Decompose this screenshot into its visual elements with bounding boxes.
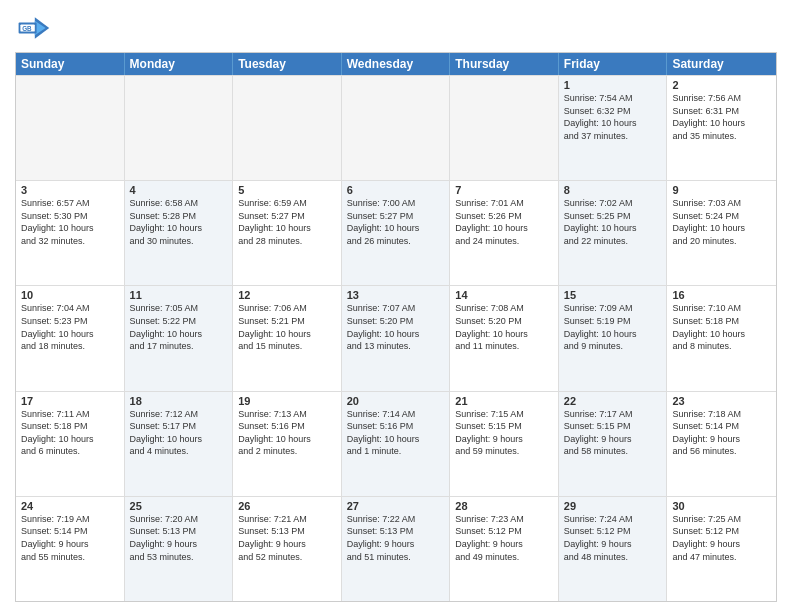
- calendar-cell: 24Sunrise: 7:19 AM Sunset: 5:14 PM Dayli…: [16, 497, 125, 601]
- calendar-cell: 23Sunrise: 7:18 AM Sunset: 5:14 PM Dayli…: [667, 392, 776, 496]
- cell-info: Sunrise: 7:54 AM Sunset: 6:32 PM Dayligh…: [564, 92, 662, 142]
- cell-info: Sunrise: 7:02 AM Sunset: 5:25 PM Dayligh…: [564, 197, 662, 247]
- calendar-cell: 5Sunrise: 6:59 AM Sunset: 5:27 PM Daylig…: [233, 181, 342, 285]
- cell-info: Sunrise: 7:05 AM Sunset: 5:22 PM Dayligh…: [130, 302, 228, 352]
- cell-info: Sunrise: 6:59 AM Sunset: 5:27 PM Dayligh…: [238, 197, 336, 247]
- cell-info: Sunrise: 7:03 AM Sunset: 5:24 PM Dayligh…: [672, 197, 771, 247]
- calendar-row: 3Sunrise: 6:57 AM Sunset: 5:30 PM Daylig…: [16, 180, 776, 285]
- calendar-cell: 19Sunrise: 7:13 AM Sunset: 5:16 PM Dayli…: [233, 392, 342, 496]
- day-number: 30: [672, 500, 771, 512]
- day-number: 23: [672, 395, 771, 407]
- day-number: 4: [130, 184, 228, 196]
- calendar-cell: 7Sunrise: 7:01 AM Sunset: 5:26 PM Daylig…: [450, 181, 559, 285]
- logo: GB: [15, 10, 57, 46]
- calendar-cell: [450, 76, 559, 180]
- day-number: 20: [347, 395, 445, 407]
- day-number: 19: [238, 395, 336, 407]
- calendar-cell: 14Sunrise: 7:08 AM Sunset: 5:20 PM Dayli…: [450, 286, 559, 390]
- calendar-cell: 29Sunrise: 7:24 AM Sunset: 5:12 PM Dayli…: [559, 497, 668, 601]
- cell-info: Sunrise: 7:04 AM Sunset: 5:23 PM Dayligh…: [21, 302, 119, 352]
- day-number: 27: [347, 500, 445, 512]
- cell-info: Sunrise: 7:01 AM Sunset: 5:26 PM Dayligh…: [455, 197, 553, 247]
- header-cell-tuesday: Tuesday: [233, 53, 342, 75]
- calendar-header: SundayMondayTuesdayWednesdayThursdayFrid…: [16, 53, 776, 75]
- day-number: 1: [564, 79, 662, 91]
- calendar-cell: 3Sunrise: 6:57 AM Sunset: 5:30 PM Daylig…: [16, 181, 125, 285]
- cell-info: Sunrise: 7:06 AM Sunset: 5:21 PM Dayligh…: [238, 302, 336, 352]
- calendar-cell: 27Sunrise: 7:22 AM Sunset: 5:13 PM Dayli…: [342, 497, 451, 601]
- cell-info: Sunrise: 7:14 AM Sunset: 5:16 PM Dayligh…: [347, 408, 445, 458]
- header-cell-monday: Monday: [125, 53, 234, 75]
- calendar-cell: 25Sunrise: 7:20 AM Sunset: 5:13 PM Dayli…: [125, 497, 234, 601]
- day-number: 16: [672, 289, 771, 301]
- day-number: 9: [672, 184, 771, 196]
- day-number: 10: [21, 289, 119, 301]
- day-number: 11: [130, 289, 228, 301]
- day-number: 6: [347, 184, 445, 196]
- cell-info: Sunrise: 7:21 AM Sunset: 5:13 PM Dayligh…: [238, 513, 336, 563]
- header-cell-sunday: Sunday: [16, 53, 125, 75]
- cell-info: Sunrise: 7:19 AM Sunset: 5:14 PM Dayligh…: [21, 513, 119, 563]
- calendar-cell: 1Sunrise: 7:54 AM Sunset: 6:32 PM Daylig…: [559, 76, 668, 180]
- header-cell-wednesday: Wednesday: [342, 53, 451, 75]
- calendar: SundayMondayTuesdayWednesdayThursdayFrid…: [15, 52, 777, 602]
- calendar-cell: [125, 76, 234, 180]
- cell-info: Sunrise: 7:22 AM Sunset: 5:13 PM Dayligh…: [347, 513, 445, 563]
- day-number: 17: [21, 395, 119, 407]
- calendar-row: 1Sunrise: 7:54 AM Sunset: 6:32 PM Daylig…: [16, 75, 776, 180]
- calendar-cell: 20Sunrise: 7:14 AM Sunset: 5:16 PM Dayli…: [342, 392, 451, 496]
- cell-info: Sunrise: 7:18 AM Sunset: 5:14 PM Dayligh…: [672, 408, 771, 458]
- cell-info: Sunrise: 7:11 AM Sunset: 5:18 PM Dayligh…: [21, 408, 119, 458]
- calendar-cell: 8Sunrise: 7:02 AM Sunset: 5:25 PM Daylig…: [559, 181, 668, 285]
- day-number: 22: [564, 395, 662, 407]
- calendar-body: 1Sunrise: 7:54 AM Sunset: 6:32 PM Daylig…: [16, 75, 776, 601]
- calendar-cell: 22Sunrise: 7:17 AM Sunset: 5:15 PM Dayli…: [559, 392, 668, 496]
- cell-info: Sunrise: 7:09 AM Sunset: 5:19 PM Dayligh…: [564, 302, 662, 352]
- day-number: 3: [21, 184, 119, 196]
- cell-info: Sunrise: 7:23 AM Sunset: 5:12 PM Dayligh…: [455, 513, 553, 563]
- day-number: 24: [21, 500, 119, 512]
- calendar-cell: 6Sunrise: 7:00 AM Sunset: 5:27 PM Daylig…: [342, 181, 451, 285]
- calendar-cell: 9Sunrise: 7:03 AM Sunset: 5:24 PM Daylig…: [667, 181, 776, 285]
- calendar-cell: [342, 76, 451, 180]
- day-number: 28: [455, 500, 553, 512]
- calendar-row: 10Sunrise: 7:04 AM Sunset: 5:23 PM Dayli…: [16, 285, 776, 390]
- calendar-cell: [233, 76, 342, 180]
- cell-info: Sunrise: 7:08 AM Sunset: 5:20 PM Dayligh…: [455, 302, 553, 352]
- cell-info: Sunrise: 7:15 AM Sunset: 5:15 PM Dayligh…: [455, 408, 553, 458]
- calendar-cell: [16, 76, 125, 180]
- header-cell-thursday: Thursday: [450, 53, 559, 75]
- calendar-cell: 17Sunrise: 7:11 AM Sunset: 5:18 PM Dayli…: [16, 392, 125, 496]
- day-number: 25: [130, 500, 228, 512]
- day-number: 2: [672, 79, 771, 91]
- day-number: 29: [564, 500, 662, 512]
- cell-info: Sunrise: 6:57 AM Sunset: 5:30 PM Dayligh…: [21, 197, 119, 247]
- header: GB: [15, 10, 777, 46]
- cell-info: Sunrise: 7:56 AM Sunset: 6:31 PM Dayligh…: [672, 92, 771, 142]
- day-number: 21: [455, 395, 553, 407]
- cell-info: Sunrise: 7:24 AM Sunset: 5:12 PM Dayligh…: [564, 513, 662, 563]
- calendar-cell: 10Sunrise: 7:04 AM Sunset: 5:23 PM Dayli…: [16, 286, 125, 390]
- cell-info: Sunrise: 7:07 AM Sunset: 5:20 PM Dayligh…: [347, 302, 445, 352]
- calendar-cell: 30Sunrise: 7:25 AM Sunset: 5:12 PM Dayli…: [667, 497, 776, 601]
- cell-info: Sunrise: 7:00 AM Sunset: 5:27 PM Dayligh…: [347, 197, 445, 247]
- calendar-row: 24Sunrise: 7:19 AM Sunset: 5:14 PM Dayli…: [16, 496, 776, 601]
- calendar-cell: 26Sunrise: 7:21 AM Sunset: 5:13 PM Dayli…: [233, 497, 342, 601]
- calendar-cell: 13Sunrise: 7:07 AM Sunset: 5:20 PM Dayli…: [342, 286, 451, 390]
- calendar-cell: 12Sunrise: 7:06 AM Sunset: 5:21 PM Dayli…: [233, 286, 342, 390]
- calendar-cell: 16Sunrise: 7:10 AM Sunset: 5:18 PM Dayli…: [667, 286, 776, 390]
- calendar-cell: 4Sunrise: 6:58 AM Sunset: 5:28 PM Daylig…: [125, 181, 234, 285]
- svg-text:GB: GB: [22, 25, 32, 32]
- calendar-cell: 18Sunrise: 7:12 AM Sunset: 5:17 PM Dayli…: [125, 392, 234, 496]
- header-cell-saturday: Saturday: [667, 53, 776, 75]
- cell-info: Sunrise: 6:58 AM Sunset: 5:28 PM Dayligh…: [130, 197, 228, 247]
- page: GB SundayMondayTuesdayWednesdayThursdayF…: [0, 0, 792, 612]
- calendar-cell: 15Sunrise: 7:09 AM Sunset: 5:19 PM Dayli…: [559, 286, 668, 390]
- day-number: 7: [455, 184, 553, 196]
- day-number: 18: [130, 395, 228, 407]
- cell-info: Sunrise: 7:13 AM Sunset: 5:16 PM Dayligh…: [238, 408, 336, 458]
- day-number: 26: [238, 500, 336, 512]
- cell-info: Sunrise: 7:20 AM Sunset: 5:13 PM Dayligh…: [130, 513, 228, 563]
- day-number: 13: [347, 289, 445, 301]
- cell-info: Sunrise: 7:10 AM Sunset: 5:18 PM Dayligh…: [672, 302, 771, 352]
